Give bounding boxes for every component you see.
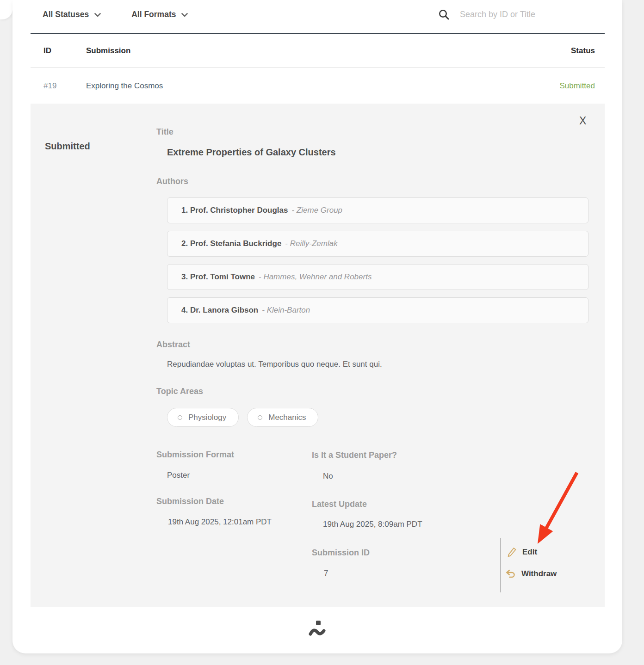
submission-id-value: 7 [324, 569, 328, 578]
author-name: 4. Dr. Lanora Gibson [181, 306, 258, 315]
status-filter-label: All Statuses [43, 10, 89, 19]
withdraw-label: Withdraw [521, 569, 557, 579]
close-icon[interactable]: X [579, 115, 586, 127]
author-item: 1. Prof. Christopher Douglas - Zieme Gro… [167, 197, 588, 223]
filter-bar: All Statuses All Formats [31, 0, 605, 34]
row-id: #19 [43, 81, 86, 91]
detail-status-badge: Submitted [45, 141, 90, 152]
chevron-down-icon [181, 13, 188, 17]
wave-logo-icon [309, 619, 327, 639]
format-filter-dropdown[interactable]: All Formats [131, 10, 188, 19]
submission-format-value: Poster [167, 471, 190, 480]
submission-format-label: Submission Format [156, 450, 234, 460]
author-name: 2. Prof. Stefania Buckridge [181, 239, 281, 248]
title-label: Title [156, 127, 173, 137]
author-item: 3. Prof. Tomi Towne - Hammes, Wehner and… [167, 264, 588, 290]
chevron-down-icon [94, 13, 101, 17]
topic-chip-label: Mechanics [268, 413, 306, 422]
column-submission: Submission [86, 46, 571, 55]
withdraw-button[interactable]: Withdraw [505, 569, 557, 579]
latest-update-label: Latest Update [312, 499, 367, 509]
status-filter-dropdown[interactable]: All Statuses [43, 10, 101, 19]
author-item: 4. Dr. Lanora Gibson - Klein-Barton [167, 297, 588, 323]
abstract-label: Abstract [156, 340, 190, 350]
latest-update-value: 19th Aug 2025, 8:09am PDT [323, 520, 422, 529]
topic-chip-label: Physiology [188, 413, 226, 422]
author-name: 3. Prof. Tomi Towne [181, 272, 255, 282]
submissions-card: All Statuses All Formats ID Submission S… [12, 0, 622, 653]
author-affiliation: - Hammes, Wehner and Roberts [259, 272, 372, 282]
topic-chip: Physiology [167, 408, 239, 427]
ring-icon [178, 415, 182, 420]
topic-chip-list: Physiology Mechanics [167, 408, 318, 427]
column-id: ID [43, 46, 86, 55]
decorative-corner [0, 0, 12, 19]
author-affiliation: - Reilly-Zemlak [285, 239, 337, 248]
abstract-text: Repudiandae voluptas ut. Temporibus quo … [167, 360, 382, 369]
submission-date-label: Submission Date [156, 497, 224, 506]
author-affiliation: - Klein-Barton [262, 306, 310, 315]
topic-areas-label: Topic Areas [156, 387, 203, 396]
ring-icon [258, 415, 262, 420]
author-name: 1. Prof. Christopher Douglas [181, 206, 288, 215]
detail-title: Extreme Properties of Galaxy Clusters [167, 147, 336, 158]
annotation-arrow [529, 468, 589, 551]
column-status: Status [571, 46, 605, 55]
submission-row[interactable]: #19 Exploring the Cosmos Submitted [31, 68, 605, 104]
submission-id-label: Submission ID [312, 548, 370, 558]
pencil-icon [507, 547, 517, 557]
submission-detail-panel: X Submitted Title Extreme Properties of … [31, 104, 605, 607]
author-affiliation: - Zieme Group [291, 206, 342, 215]
row-title[interactable]: Exploring the Cosmos [86, 81, 559, 91]
format-filter-label: All Formats [131, 10, 176, 19]
table-header: ID Submission Status [31, 34, 605, 68]
search-input[interactable] [460, 10, 594, 19]
author-item: 2. Prof. Stefania Buckridge - Reilly-Zem… [167, 231, 588, 257]
topic-chip: Mechanics [247, 408, 318, 427]
search-icon [438, 9, 450, 20]
footer [31, 607, 605, 653]
row-status-badge: Submitted [559, 81, 605, 91]
student-paper-label: Is It a Student Paper? [312, 450, 397, 460]
authors-label: Authors [156, 177, 188, 186]
actions-divider [501, 538, 501, 592]
submission-date-value: 19th Aug 2025, 12:01am PDT [168, 517, 272, 527]
search-box[interactable] [438, 9, 605, 20]
undo-icon [505, 569, 516, 579]
student-paper-value: No [323, 472, 333, 481]
